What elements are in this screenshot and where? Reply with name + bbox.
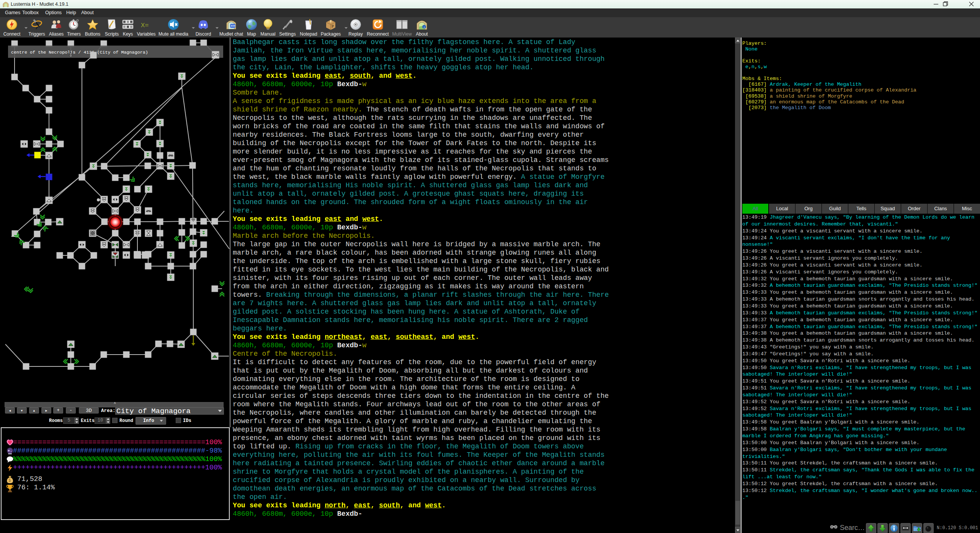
svg-text:centre of the Necropolis / 413: centre of the Necropolis / 4136 (City of… — [11, 50, 148, 55]
svg-text:$: $ — [9, 478, 11, 482]
svg-text:P: P — [332, 24, 334, 28]
svg-text:X=: X= — [141, 22, 149, 29]
